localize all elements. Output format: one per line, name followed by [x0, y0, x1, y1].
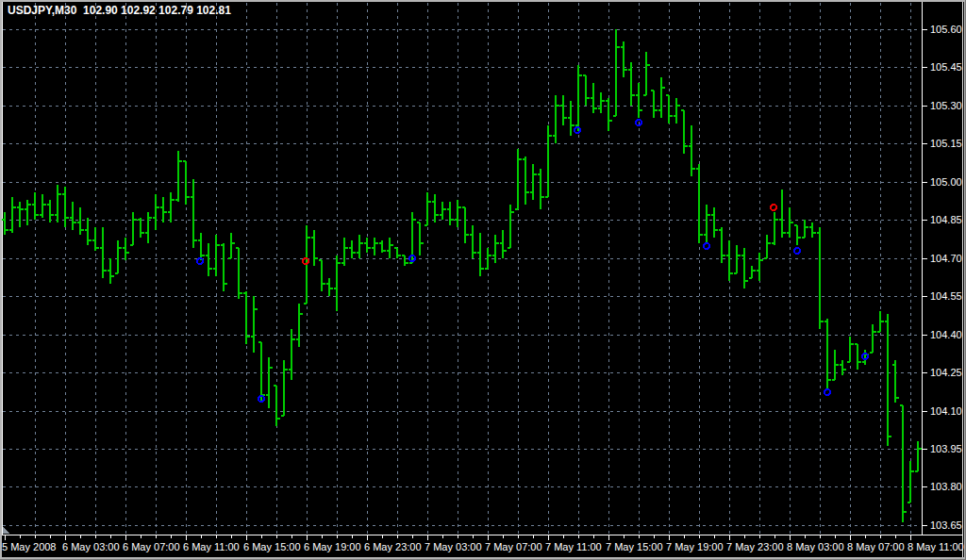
time-axis-label: 7 May 19:00 [666, 541, 724, 552]
price-axis-label: 105.00 [930, 176, 962, 188]
price-axis-label: 104.10 [930, 405, 962, 417]
price-axis-label: 105.15 [930, 138, 962, 149]
chart-title: USDJPY,M30 102.90 102.92 102.79 102.81 [8, 4, 231, 17]
time-axis-label: 7 May 15:00 [606, 541, 663, 552]
time-axis-label: 6 May 07:00 [123, 541, 180, 552]
chart-window: 105.60105.45105.30105.15105.00104.85104.… [0, 0, 966, 560]
time-axis-label: 7 May 03:00 [425, 541, 482, 552]
price-chart[interactable]: 105.60105.45105.30105.15105.00104.85104.… [0, 0, 966, 560]
price-axis-label: 104.85 [930, 214, 962, 225]
price-axis-label: 104.40 [930, 329, 962, 340]
time-axis-label: 6 May 03:00 [62, 541, 120, 552]
price-axis-label: 103.95 [930, 443, 962, 454]
price-axis-label: 105.30 [930, 100, 962, 111]
chart-background [0, 0, 966, 560]
time-axis-label: 8 May 11:00 [908, 541, 964, 552]
time-axis-label: 7 May 07:00 [485, 541, 542, 552]
price-axis-label: 104.55 [930, 290, 962, 302]
price-axis-label: 103.80 [930, 481, 962, 492]
price-axis-label: 105.45 [930, 61, 962, 73]
time-axis-label: 6 May 19:00 [304, 541, 361, 552]
price-axis-label: 104.70 [930, 253, 962, 264]
time-axis-label: 6 May 11:00 [183, 541, 240, 552]
price-axis-label: 105.60 [930, 24, 962, 35]
time-axis-label: 6 May 23:00 [364, 541, 422, 552]
price-axis-label: 103.65 [930, 519, 962, 531]
time-axis-label: 6 May 15:00 [243, 541, 301, 552]
time-axis-label: 5 May 2008 [2, 541, 56, 552]
time-axis-label: 7 May 23:00 [726, 541, 784, 552]
price-axis-label: 104.25 [930, 367, 962, 378]
time-axis-label: 8 May 03:00 [787, 541, 844, 552]
time-axis-label: 8 May 07:00 [847, 541, 905, 552]
time-axis-label: 7 May 11:00 [545, 541, 602, 552]
